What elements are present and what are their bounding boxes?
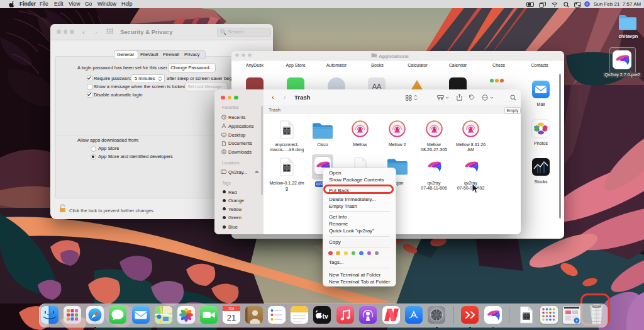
- svg-text:21: 21: [227, 313, 236, 322]
- svg-text:tv: tv: [323, 312, 328, 320]
- svg-text:FEB: FEB: [229, 307, 235, 310]
